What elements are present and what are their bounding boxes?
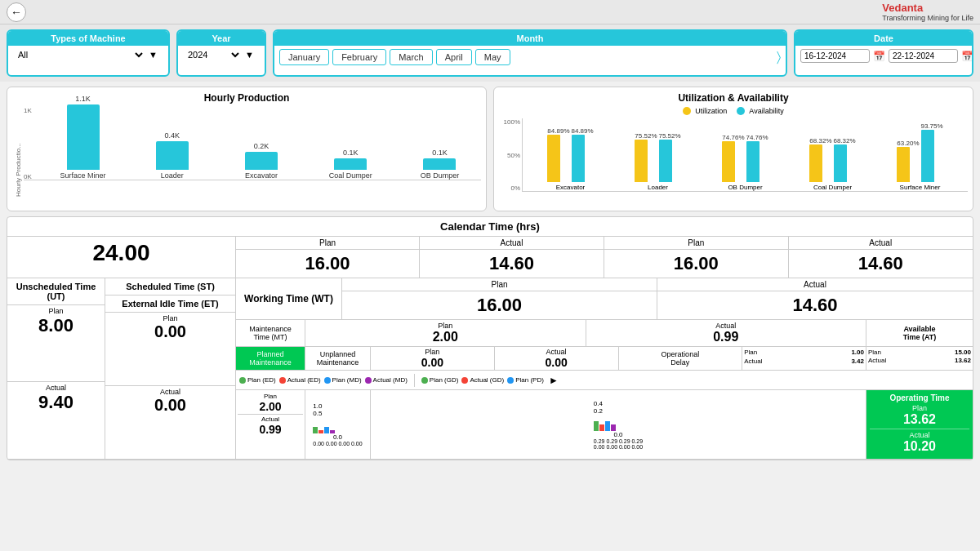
utilization-dot xyxy=(683,107,691,115)
avail-pct-ob: 74.76% xyxy=(746,134,768,141)
util-pct-ob: 74.76% xyxy=(722,134,744,141)
wt-header: Working Time (WT) xyxy=(236,278,342,319)
bar-coal-dumper: 0.1K Coal Dumper xyxy=(310,149,392,180)
date-end-input[interactable] xyxy=(889,49,958,63)
wt-actual-label: Actual xyxy=(657,278,973,291)
filter-bar: Types of Machine All ▼ Year 2024 ▼ Month xyxy=(0,24,980,82)
availability-dot xyxy=(737,107,745,115)
ut-actual-label: Actual xyxy=(9,384,103,392)
unplanned-maint-label: UnplannedMaintenance xyxy=(305,347,371,370)
month-btn-apr[interactable]: April xyxy=(436,49,472,65)
bar-surface-miner: 1.1K Surface Miner xyxy=(42,95,124,180)
bar-label-od: OB Dumper xyxy=(421,171,460,180)
bar-label-lo: Loader xyxy=(161,171,184,180)
operating-time-cell: Operating Time Plan 13.62 Actual 10.20 xyxy=(866,390,973,459)
wt-actual-value: 14.60 xyxy=(657,291,973,319)
machine-select[interactable]: All xyxy=(15,49,145,60)
util-pct-sm: 63.20% xyxy=(897,140,919,147)
bar-excavator: 0.2K Excavator xyxy=(220,142,302,180)
chevron-down-icon-year: ▼ xyxy=(245,50,254,60)
logo-tagline: Transforming Mining for Life xyxy=(882,14,973,22)
legend-plan-pd: Plan (PD) xyxy=(507,376,544,384)
month-btn-feb[interactable]: February xyxy=(332,49,386,65)
year-select[interactable]: 2024 xyxy=(185,49,242,60)
mt-label: MaintenanceTime (MT) xyxy=(236,320,305,346)
scheduled-actual-2: 14.60 xyxy=(789,250,973,278)
bar-value-od: 0.1K xyxy=(432,149,448,157)
op-time-plan-label: Plan xyxy=(871,404,968,412)
year-filter: Year 2024 ▼ xyxy=(176,29,266,77)
machine-filter: Types of Machine All ▼ xyxy=(7,29,170,77)
bar-label-cd: Coal Dumper xyxy=(329,171,372,180)
et-actual-value: 0.00 xyxy=(107,396,234,415)
calendar-start-icon[interactable]: 📅 xyxy=(873,51,885,62)
scheduled-plan: 16.00 xyxy=(236,250,420,278)
util-bar-coal-dumper: 68.32% 68.32% Coal Dumper xyxy=(791,137,874,191)
mt-plan-value: 2.00 xyxy=(433,330,458,344)
wt-plan-value: 16.00 xyxy=(342,291,657,319)
op-time-label: Operating Time xyxy=(889,393,949,402)
actual-header: Actual xyxy=(420,237,604,249)
et-plan-label: Plan xyxy=(107,314,234,322)
pm-plan-label: Plan xyxy=(238,393,302,400)
calendar-section: Calendar Time (hrs) 24.00 Plan Actual 16… xyxy=(7,216,973,460)
at-plan-value: 15.00 xyxy=(955,349,971,356)
legend-plan-gd: Plan (GD) xyxy=(421,376,459,384)
calendar-end-icon[interactable]: 📅 xyxy=(961,51,973,62)
unplanned-actual-label: Actual xyxy=(546,348,567,356)
legend-more-icon[interactable]: ► xyxy=(549,375,559,386)
util-y-50: 50% xyxy=(499,152,520,159)
util-pct-lo: 75.52% xyxy=(635,132,657,140)
et-actual-label: Actual xyxy=(107,388,234,396)
month-filter: Month January February March April May 〉 xyxy=(273,29,787,77)
mt-plan-label: Plan xyxy=(438,322,452,330)
back-button[interactable]: ← xyxy=(7,2,26,22)
month-next-icon[interactable]: 〉 xyxy=(777,50,781,64)
month-btn-jan[interactable]: January xyxy=(279,49,329,65)
util-bar-surface-miner: 63.20% 93.75% Surface Miner xyxy=(879,122,961,191)
mini-chart-left: 1.0 0.5 0.0 0.00 0.00 0.00 0.00 xyxy=(313,402,362,447)
ut-plan-value: 8.00 xyxy=(9,315,103,336)
bar-value-sm: 1.1K xyxy=(75,95,91,103)
at-label: AvailableTime (AT) xyxy=(866,320,973,346)
month-filter-title: Month xyxy=(274,31,786,46)
util-pct-ex: 84.89% xyxy=(547,127,569,135)
util-bar-ob-dumper: 74.76% 74.76% OB Dumper xyxy=(704,134,786,191)
at-plan-label: Plan xyxy=(868,349,881,356)
month-btn-may[interactable]: May xyxy=(475,49,510,65)
bar-loader: 0.4K Loader xyxy=(131,131,213,180)
legend-availability: Availability xyxy=(737,107,783,115)
date-filter-title: Date xyxy=(795,31,972,46)
ut-plan-label: Plan xyxy=(9,307,103,315)
util-y-0: 0% xyxy=(499,184,520,192)
util-label-cd: Coal Dumper xyxy=(813,184,852,191)
bar-label-sm: Surface Miner xyxy=(60,171,106,180)
legend-actual-ed: Actual (ED) xyxy=(279,376,321,384)
chevron-down-icon: ▼ xyxy=(149,50,158,60)
legend-plan-md: Plan (MD) xyxy=(324,376,362,384)
util-bar-excavator: 84.89% 84.89% Excavator xyxy=(529,127,612,191)
actual-header-2: Actual xyxy=(789,237,973,249)
availability-label: Availability xyxy=(749,107,783,115)
at-actual-value: 13.62 xyxy=(955,357,971,364)
legend-plan-ed: Plan (ED) xyxy=(239,376,276,384)
unplanned-actual-value: 0.00 xyxy=(546,356,568,369)
at-actual-label: Actual xyxy=(868,357,886,364)
bar-value-lo: 0.4K xyxy=(165,131,180,140)
year-filter-title: Year xyxy=(178,31,265,46)
hourly-production-panel: Hourly Production Hourly Productio... 1K… xyxy=(7,87,487,211)
et-header: External Idle Time (ET) xyxy=(105,295,235,313)
utilization-panel: Utilization & Availability Utilization A… xyxy=(493,87,973,211)
et-plan-value: 0.00 xyxy=(107,322,234,341)
date-start-input[interactable] xyxy=(800,49,870,63)
bar-value-cd: 0.1K xyxy=(343,149,359,157)
mini-chart-right: 0.4 0.2 0.0 0.29 0.29 0.29 0.29 0.00 0.0… xyxy=(594,400,643,450)
op-time-actual-value: 10.20 xyxy=(871,439,968,454)
y-axis-label: Hourly Productio... xyxy=(12,107,24,197)
util-label-lo: Loader xyxy=(648,184,668,191)
utilization-title: Utilization & Availability xyxy=(499,92,968,104)
month-btn-mar[interactable]: March xyxy=(390,49,433,65)
util-bar-loader: 75.52% 75.52% Loader xyxy=(617,132,699,191)
st-header: Scheduled Time (ST) xyxy=(105,278,235,295)
legend-actual-gd: Actual (GD) xyxy=(461,376,504,384)
